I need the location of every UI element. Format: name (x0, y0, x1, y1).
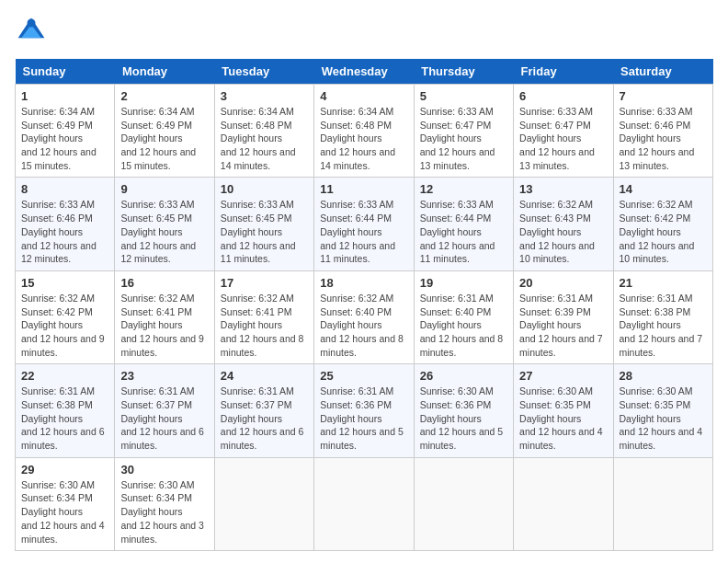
calendar-cell (314, 457, 414, 550)
day-info: Sunrise: 6:31 AMSunset: 6:40 PMDaylight … (420, 292, 507, 359)
day-info: Sunrise: 6:33 AMSunset: 6:44 PMDaylight … (320, 198, 407, 265)
day-number: 16 (120, 276, 208, 290)
calendar-cell: 7Sunrise: 6:33 AMSunset: 6:46 PMDaylight… (613, 85, 712, 178)
day-info: Sunrise: 6:32 AMSunset: 6:43 PMDaylight … (519, 198, 607, 265)
day-info: Sunrise: 6:30 AMSunset: 6:34 PMDaylight … (21, 478, 108, 546)
calendar-cell: 3Sunrise: 6:34 AMSunset: 6:48 PMDaylight… (214, 85, 313, 178)
day-number: 8 (21, 182, 108, 196)
calendar-cell: 24Sunrise: 6:31 AMSunset: 6:37 PMDayligh… (214, 364, 313, 457)
day-number: 12 (420, 182, 507, 196)
day-info: Sunrise: 6:30 AMSunset: 6:36 PMDaylight … (420, 385, 507, 452)
day-number: 18 (320, 276, 407, 290)
day-number: 22 (21, 369, 108, 383)
calendar-cell: 30Sunrise: 6:30 AMSunset: 6:34 PMDayligh… (115, 457, 214, 550)
calendar-cell: 10Sunrise: 6:33 AMSunset: 6:45 PMDayligh… (214, 178, 313, 270)
calendar-cell: 13Sunrise: 6:32 AMSunset: 6:43 PMDayligh… (514, 178, 613, 270)
week-row-5: 22Sunrise: 6:31 AMSunset: 6:38 PMDayligh… (16, 364, 713, 457)
week-row-4: 15Sunrise: 6:32 AMSunset: 6:42 PMDayligh… (16, 270, 713, 363)
day-number: 6 (519, 89, 607, 103)
day-info: Sunrise: 6:34 AMSunset: 6:49 PMDaylight … (120, 105, 208, 172)
day-info: Sunrise: 6:31 AMSunset: 6:38 PMDaylight … (620, 292, 707, 359)
day-number: 29 (21, 463, 108, 477)
day-info: Sunrise: 6:34 AMSunset: 6:49 PMDaylight … (21, 105, 108, 172)
calendar-cell: 20Sunrise: 6:31 AMSunset: 6:39 PMDayligh… (514, 270, 613, 363)
day-number: 5 (420, 89, 507, 103)
day-number: 23 (120, 369, 208, 383)
calendar-cell: 21Sunrise: 6:31 AMSunset: 6:38 PMDayligh… (613, 270, 712, 363)
day-number: 26 (420, 369, 507, 383)
week-row-2: 1Sunrise: 6:34 AMSunset: 6:49 PMDaylight… (16, 85, 713, 178)
day-info: Sunrise: 6:32 AMSunset: 6:41 PMDaylight … (221, 292, 308, 359)
calendar-cell: 26Sunrise: 6:30 AMSunset: 6:36 PMDayligh… (414, 364, 513, 457)
calendar-cell: 27Sunrise: 6:30 AMSunset: 6:35 PMDayligh… (514, 364, 613, 457)
day-number: 10 (221, 182, 308, 196)
calendar-cell (214, 457, 313, 550)
calendar-cell: 28Sunrise: 6:30 AMSunset: 6:35 PMDayligh… (613, 364, 712, 457)
calendar-cell: 22Sunrise: 6:31 AMSunset: 6:38 PMDayligh… (16, 364, 115, 457)
calendar-body: 1Sunrise: 6:34 AMSunset: 6:49 PMDaylight… (16, 85, 713, 551)
day-info: Sunrise: 6:33 AMSunset: 6:46 PMDaylight … (620, 105, 707, 172)
calendar-cell: 15Sunrise: 6:32 AMSunset: 6:42 PMDayligh… (16, 270, 115, 363)
day-number: 11 (320, 182, 407, 196)
header-row: SundayMondayTuesdayWednesdayThursdayFrid… (16, 59, 713, 85)
calendar-cell: 8Sunrise: 6:33 AMSunset: 6:46 PMDaylight… (16, 178, 115, 270)
day-info: Sunrise: 6:34 AMSunset: 6:48 PMDaylight … (221, 105, 308, 172)
day-number: 21 (620, 276, 707, 290)
day-number: 24 (221, 369, 308, 383)
week-row-6: 29Sunrise: 6:30 AMSunset: 6:34 PMDayligh… (16, 457, 713, 550)
page-header (15, 15, 713, 48)
calendar-cell: 17Sunrise: 6:32 AMSunset: 6:41 PMDayligh… (214, 270, 313, 363)
calendar-cell: 18Sunrise: 6:32 AMSunset: 6:40 PMDayligh… (314, 270, 414, 363)
day-number: 2 (120, 89, 208, 103)
column-header-tuesday: Tuesday (214, 59, 313, 85)
day-number: 9 (120, 182, 208, 196)
day-number: 13 (519, 182, 607, 196)
day-info: Sunrise: 6:31 AMSunset: 6:38 PMDaylight … (21, 385, 108, 452)
day-number: 1 (21, 89, 108, 103)
column-header-saturday: Saturday (613, 59, 712, 85)
calendar-cell: 2Sunrise: 6:34 AMSunset: 6:49 PMDaylight… (115, 85, 214, 178)
calendar-header: SundayMondayTuesdayWednesdayThursdayFrid… (16, 59, 713, 85)
calendar-cell: 29Sunrise: 6:30 AMSunset: 6:34 PMDayligh… (16, 457, 115, 550)
day-info: Sunrise: 6:31 AMSunset: 6:36 PMDaylight … (320, 385, 407, 452)
day-number: 7 (620, 89, 707, 103)
day-info: Sunrise: 6:32 AMSunset: 6:41 PMDaylight … (120, 292, 208, 359)
calendar-cell: 23Sunrise: 6:31 AMSunset: 6:37 PMDayligh… (115, 364, 214, 457)
day-info: Sunrise: 6:31 AMSunset: 6:37 PMDaylight … (120, 385, 208, 452)
calendar-cell: 12Sunrise: 6:33 AMSunset: 6:44 PMDayligh… (414, 178, 513, 270)
day-info: Sunrise: 6:31 AMSunset: 6:39 PMDaylight … (519, 292, 607, 359)
calendar-cell (514, 457, 613, 550)
column-header-wednesday: Wednesday (314, 59, 414, 85)
day-info: Sunrise: 6:33 AMSunset: 6:45 PMDaylight … (221, 198, 308, 265)
day-number: 19 (420, 276, 507, 290)
day-info: Sunrise: 6:32 AMSunset: 6:42 PMDaylight … (620, 198, 707, 265)
day-number: 25 (320, 369, 407, 383)
day-info: Sunrise: 6:33 AMSunset: 6:47 PMDaylight … (519, 105, 607, 172)
day-number: 4 (320, 89, 407, 103)
day-number: 15 (21, 276, 108, 290)
calendar-cell: 4Sunrise: 6:34 AMSunset: 6:48 PMDaylight… (314, 85, 414, 178)
column-header-friday: Friday (514, 59, 613, 85)
logo-icon (15, 15, 48, 48)
day-number: 27 (519, 369, 607, 383)
calendar-cell (613, 457, 712, 550)
day-info: Sunrise: 6:34 AMSunset: 6:48 PMDaylight … (320, 105, 407, 172)
calendar-cell: 25Sunrise: 6:31 AMSunset: 6:36 PMDayligh… (314, 364, 414, 457)
column-header-monday: Monday (115, 59, 214, 85)
week-row-3: 8Sunrise: 6:33 AMSunset: 6:46 PMDaylight… (16, 178, 713, 270)
day-info: Sunrise: 6:33 AMSunset: 6:44 PMDaylight … (420, 198, 507, 265)
day-number: 3 (221, 89, 308, 103)
calendar-table: SundayMondayTuesdayWednesdayThursdayFrid… (15, 59, 713, 551)
day-info: Sunrise: 6:31 AMSunset: 6:37 PMDaylight … (221, 385, 308, 452)
day-info: Sunrise: 6:33 AMSunset: 6:46 PMDaylight … (21, 198, 108, 265)
day-number: 17 (221, 276, 308, 290)
day-info: Sunrise: 6:32 AMSunset: 6:40 PMDaylight … (320, 292, 407, 359)
day-info: Sunrise: 6:33 AMSunset: 6:47 PMDaylight … (420, 105, 507, 172)
calendar-cell (414, 457, 513, 550)
day-number: 28 (620, 369, 707, 383)
calendar-cell: 1Sunrise: 6:34 AMSunset: 6:49 PMDaylight… (16, 85, 115, 178)
calendar-cell: 5Sunrise: 6:33 AMSunset: 6:47 PMDaylight… (414, 85, 513, 178)
calendar-cell: 14Sunrise: 6:32 AMSunset: 6:42 PMDayligh… (613, 178, 712, 270)
day-info: Sunrise: 6:32 AMSunset: 6:42 PMDaylight … (21, 292, 108, 359)
calendar-cell: 6Sunrise: 6:33 AMSunset: 6:47 PMDaylight… (514, 85, 613, 178)
